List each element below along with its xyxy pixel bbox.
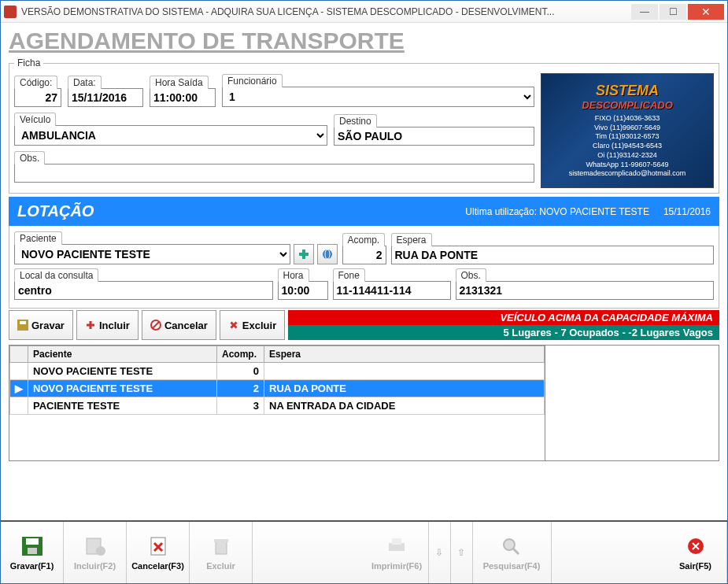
cell-acomp: 0 <box>217 363 264 380</box>
hora-input[interactable] <box>278 281 328 300</box>
grid-header-espera[interactable]: Espera <box>264 346 545 363</box>
excluir-button[interactable]: Excluir <box>220 310 285 340</box>
contact-line: sistemadescomplicado@hotmail.com <box>569 169 686 179</box>
cell-espera: RUA DA PONTE <box>264 380 545 397</box>
bottom-sair-button[interactable]: Sair(F5) <box>664 522 727 583</box>
fone-input[interactable] <box>333 281 451 300</box>
svg-rect-10 <box>28 548 37 554</box>
page-title: AGENDAMENTO DE TRANSPORTE <box>9 28 719 54</box>
cell-paciente: NOVO PACIENTE TESTE <box>28 380 217 397</box>
local-input[interactable] <box>14 281 273 300</box>
trash-icon <box>208 534 235 558</box>
brand-name-2: DESCOMPLICADO <box>582 99 673 111</box>
cancel-icon <box>150 320 161 331</box>
cell-espera <box>264 363 545 380</box>
add-paciente-button[interactable] <box>294 244 314 264</box>
arrow-down-icon: ⇩ <box>435 547 443 558</box>
fone-label: Fone <box>333 268 365 282</box>
grid-header-acomp[interactable]: Acomp. <box>217 346 264 363</box>
nav-up-button[interactable]: ⇧ <box>451 522 473 583</box>
add-doc-icon <box>82 534 109 558</box>
table-row[interactable]: NOVO PACIENTE TESTE0 <box>10 363 545 380</box>
hora-saida-input[interactable] <box>150 88 216 107</box>
svg-line-19 <box>513 549 519 554</box>
destino-input[interactable] <box>334 127 534 146</box>
bottom-excluir-label: Excluir <box>206 561 235 571</box>
disk-icon <box>19 534 46 558</box>
veiculo-select[interactable]: AMBULANCIA <box>14 125 327 146</box>
brand-contacts: FIXO (11)4036-3633 Vivo (11)99607-5649 T… <box>569 114 686 179</box>
obs-input[interactable] <box>14 164 534 183</box>
plus-icon <box>85 320 96 331</box>
over-capacity-warning: VEÍCULO ACIMA DA CAPACIDADE MÁXIMA <box>288 310 719 325</box>
close-button[interactable]: ✕ <box>688 4 724 20</box>
grid-header-paciente[interactable]: Paciente <box>28 346 217 363</box>
paciente-select[interactable]: NOVO PACIENTE TESTE <box>14 244 290 264</box>
bottom-excluir-button[interactable]: Excluir <box>190 522 253 583</box>
cell-acomp: 2 <box>217 380 264 397</box>
espera-label: Espera <box>391 233 432 246</box>
bottom-incluir-button[interactable]: Incluir(F2) <box>64 522 127 583</box>
obs2-label: Obs. <box>456 268 486 282</box>
codigo-label: Código: <box>14 76 57 89</box>
bottom-pesquisar-button[interactable]: Pesquisar(F4) <box>473 522 552 583</box>
incluir-button[interactable]: Incluir <box>76 310 139 340</box>
capacity-summary: 5 Lugares - 7 Ocupados - -2 Lugares Vago… <box>288 325 719 340</box>
plus-icon <box>298 249 309 260</box>
contact-line: Claro (11)94543-6543 <box>569 142 686 151</box>
patients-grid[interactable]: Paciente Acomp. Espera NOVO PACIENTE TES… <box>9 346 545 460</box>
row-marker <box>10 397 28 415</box>
lotacao-title: LOTAÇÃO <box>17 202 94 220</box>
table-row[interactable]: PACIENTE TESTE3NA ENTRADA DA CIDADE <box>10 397 545 415</box>
codigo-input[interactable] <box>14 88 61 107</box>
ficha-legend: Ficha <box>14 57 43 68</box>
nav-down-button[interactable]: ⇩ <box>429 522 451 583</box>
bottom-sair-label: Sair(F5) <box>679 561 711 571</box>
search-icon <box>498 534 525 558</box>
status-strip: VEÍCULO ACIMA DA CAPACIDADE MÁXIMA 5 Lug… <box>288 310 719 340</box>
cancel-doc-icon <box>145 534 172 558</box>
funcionario-select[interactable]: 1 <box>222 87 534 107</box>
minimize-button[interactable]: — <box>631 4 658 20</box>
bottom-toolbar: Gravar(F1) Incluir(F2) Cancelar(F3) Excl… <box>1 520 727 583</box>
gravar-label: Gravar <box>31 320 65 331</box>
bottom-gravar-button[interactable]: Gravar(F1) <box>1 522 64 583</box>
print-icon <box>383 534 410 558</box>
contact-line: WhatsApp 11-99607-5649 <box>569 161 686 170</box>
espera-input[interactable] <box>391 246 715 264</box>
grid-side-panel <box>545 346 719 460</box>
gravar-button[interactable]: Gravar <box>9 310 73 340</box>
maximize-button[interactable]: ☐ <box>660 4 686 20</box>
row-marker <box>10 363 28 380</box>
bottom-imprimir-button[interactable]: Imprimir(F6) <box>366 522 429 583</box>
brand-name-1: SISTEMA <box>596 83 659 98</box>
excluir-label: Excluir <box>242 320 276 331</box>
cell-acomp: 3 <box>217 397 264 415</box>
hora-label: Hora <box>278 268 309 282</box>
save-icon <box>17 320 28 331</box>
paciente-label: Paciente <box>14 231 62 245</box>
obs2-input[interactable] <box>456 281 715 300</box>
bottom-imprimir-label: Imprimir(F6) <box>371 561 422 571</box>
destino-label: Destino <box>334 114 377 128</box>
acomp-label: Acomp. <box>342 233 386 246</box>
data-input[interactable] <box>68 88 143 107</box>
delete-icon <box>228 320 239 331</box>
exit-icon <box>682 534 709 558</box>
arrow-up-icon: ⇧ <box>457 547 465 558</box>
search-paciente-button[interactable] <box>317 244 338 264</box>
contact-line: Tim (11)93012-6573 <box>569 132 686 142</box>
incluir-label: Incluir <box>99 320 130 331</box>
acomp-input[interactable] <box>342 246 386 264</box>
cancelar-button[interactable]: Cancelar <box>142 310 216 340</box>
veiculo-label: Veículo <box>14 113 56 126</box>
grid-marker-header <box>10 346 28 363</box>
contact-line: FIXO (11)4036-3633 <box>569 114 686 124</box>
bottom-cancelar-button[interactable]: Cancelar(F3) <box>127 522 190 583</box>
svg-point-18 <box>504 539 515 550</box>
table-row[interactable]: ▶NOVO PACIENTE TESTE2RUA DA PONTE <box>10 380 545 397</box>
bottom-incluir-label: Incluir(F2) <box>74 561 116 571</box>
row-marker: ▶ <box>10 380 28 397</box>
svg-rect-1 <box>299 253 309 256</box>
svg-rect-15 <box>214 539 228 542</box>
